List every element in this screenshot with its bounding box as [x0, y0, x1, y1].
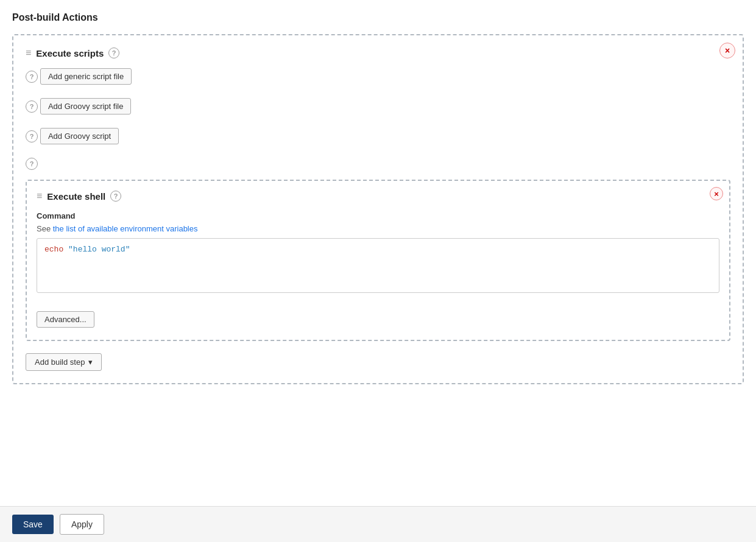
execute-scripts-close-button[interactable]: × [719, 43, 735, 58]
add-build-step-button[interactable]: Add build step ▾ [26, 353, 102, 371]
execute-scripts-title: Execute scripts [36, 48, 104, 58]
execute-shell-row: ? ≡ Execute shell ? × Command See the li… [26, 158, 730, 341]
advanced-button[interactable]: Advanced... [37, 311, 94, 328]
section-header: ≡ Execute scripts ? [26, 48, 730, 58]
add-build-step-chevron-icon: ▾ [88, 357, 93, 367]
groovy-script-file-question-icon[interactable]: ? [26, 100, 38, 113]
execute-scripts-help-icon[interactable]: ? [108, 48, 119, 58]
execute-shell-title: Execute shell [47, 191, 105, 202]
execute-shell-help-icon[interactable]: ? [110, 191, 121, 202]
execute-shell-section: ≡ Execute shell ? × Command See the list… [26, 180, 730, 341]
add-groovy-script-button[interactable]: Add Groovy script [40, 128, 119, 144]
execute-shell-close-button[interactable]: × [710, 187, 723, 200]
save-button[interactable]: Save [12, 515, 54, 534]
page-title: Post-build Actions [12, 12, 744, 23]
generic-script-question-icon[interactable]: ? [26, 71, 38, 83]
env-vars-link[interactable]: the list of available environment variab… [53, 224, 198, 233]
groovy-script-question-icon[interactable]: ? [26, 130, 38, 143]
groovy-script-row: ? Add Groovy script [26, 128, 730, 155]
command-label: Command [37, 211, 719, 220]
apply-button[interactable]: Apply [60, 514, 104, 535]
execute-shell-header: ≡ Execute shell ? [37, 191, 719, 202]
groovy-script-file-row: ? Add Groovy script file [26, 98, 730, 125]
drag-handle-icon[interactable]: ≡ [26, 48, 31, 58]
execute-scripts-section: ≡ Execute scripts ? × ? Add generic scri… [12, 34, 744, 384]
add-build-step-label: Add build step [35, 357, 85, 367]
env-vars-text: See the list of available environment va… [37, 224, 719, 233]
add-generic-script-file-button[interactable]: Add generic script file [40, 68, 132, 85]
execute-shell-drag-handle-icon[interactable]: ≡ [37, 191, 42, 202]
execute-shell-outer-question-icon[interactable]: ? [26, 158, 38, 170]
command-code-display: echo "hello world" [37, 238, 719, 293]
add-groovy-script-file-button[interactable]: Add Groovy script file [40, 98, 132, 114]
footer-bar: Save Apply [0, 506, 756, 542]
generic-script-file-row: ? Add generic script file [26, 68, 730, 96]
